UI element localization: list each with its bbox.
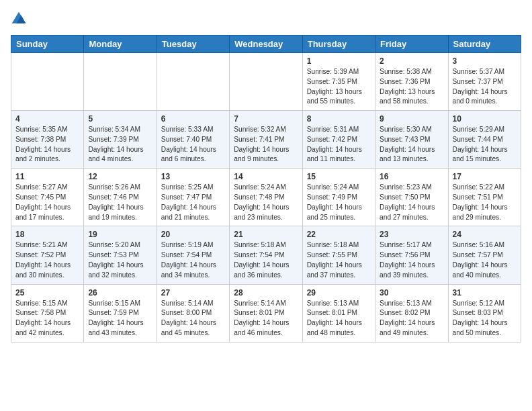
day-info: Sunrise: 5:21 AM Sunset: 7:52 PM Dayligh… — [15, 240, 79, 280]
day-info: Sunrise: 5:30 AM Sunset: 7:43 PM Dayligh… — [380, 125, 443, 165]
calendar-cell: 2Sunrise: 5:38 AM Sunset: 7:36 PM Daylig… — [375, 53, 448, 111]
day-number: 23 — [380, 230, 443, 239]
calendar-cell: 9Sunrise: 5:30 AM Sunset: 7:43 PM Daylig… — [375, 111, 448, 169]
calendar-cell: 4Sunrise: 5:35 AM Sunset: 7:38 PM Daylig… — [11, 111, 84, 169]
weekday-header: Friday — [375, 36, 448, 53]
day-info: Sunrise: 5:18 AM Sunset: 7:55 PM Dayligh… — [307, 240, 371, 280]
day-number: 16 — [380, 172, 443, 181]
day-info: Sunrise: 5:27 AM Sunset: 7:45 PM Dayligh… — [15, 183, 79, 222]
calendar-cell: 24Sunrise: 5:16 AM Sunset: 7:57 PM Dayli… — [448, 226, 521, 284]
calendar-cell: 7Sunrise: 5:32 AM Sunset: 7:41 PM Daylig… — [230, 111, 302, 169]
calendar-cell: 26Sunrise: 5:15 AM Sunset: 7:59 PM Dayli… — [84, 284, 157, 342]
calendar-week-row: 4Sunrise: 5:35 AM Sunset: 7:38 PM Daylig… — [11, 111, 521, 169]
day-info: Sunrise: 5:29 AM Sunset: 7:44 PM Dayligh… — [453, 125, 517, 165]
day-number: 7 — [234, 114, 298, 124]
day-number: 19 — [88, 230, 152, 239]
day-number: 25 — [15, 288, 79, 298]
day-number: 9 — [380, 114, 443, 124]
day-info: Sunrise: 5:16 AM Sunset: 7:57 PM Dayligh… — [453, 240, 517, 280]
calendar-week-row: 18Sunrise: 5:21 AM Sunset: 7:52 PM Dayli… — [11, 226, 521, 284]
day-number: 12 — [88, 172, 152, 181]
day-number: 21 — [234, 230, 298, 239]
day-number: 1 — [307, 56, 371, 66]
day-info: Sunrise: 5:13 AM Sunset: 8:02 PM Dayligh… — [380, 299, 443, 338]
day-number: 31 — [453, 288, 517, 298]
day-number: 13 — [161, 172, 225, 181]
day-number: 2 — [380, 56, 443, 66]
day-info: Sunrise: 5:19 AM Sunset: 7:54 PM Dayligh… — [161, 240, 225, 280]
weekday-header: Sunday — [11, 36, 84, 53]
day-number: 24 — [453, 230, 517, 239]
day-info: Sunrise: 5:38 AM Sunset: 7:36 PM Dayligh… — [380, 67, 443, 107]
calendar-cell: 23Sunrise: 5:17 AM Sunset: 7:56 PM Dayli… — [375, 226, 448, 284]
day-info: Sunrise: 5:24 AM Sunset: 7:49 PM Dayligh… — [307, 183, 371, 222]
calendar-cell — [11, 53, 84, 111]
day-number: 6 — [161, 114, 225, 124]
calendar-cell: 5Sunrise: 5:34 AM Sunset: 7:39 PM Daylig… — [84, 111, 157, 169]
day-info: Sunrise: 5:13 AM Sunset: 8:01 PM Dayligh… — [307, 299, 371, 338]
day-number: 17 — [453, 172, 517, 181]
day-info: Sunrise: 5:14 AM Sunset: 8:00 PM Dayligh… — [161, 299, 225, 338]
weekday-header: Saturday — [448, 36, 521, 53]
weekday-header: Thursday — [302, 36, 375, 53]
weekday-header: Monday — [84, 36, 157, 53]
day-info: Sunrise: 5:26 AM Sunset: 7:46 PM Dayligh… — [88, 183, 152, 222]
calendar-cell: 20Sunrise: 5:19 AM Sunset: 7:54 PM Dayli… — [157, 226, 229, 284]
day-info: Sunrise: 5:33 AM Sunset: 7:40 PM Dayligh… — [161, 125, 225, 165]
calendar-cell — [84, 53, 157, 111]
day-info: Sunrise: 5:39 AM Sunset: 7:35 PM Dayligh… — [307, 67, 371, 107]
page-header — [11, 11, 521, 27]
calendar-table: SundayMondayTuesdayWednesdayThursdayFrid… — [11, 35, 521, 342]
day-number: 5 — [88, 114, 152, 124]
calendar-cell: 3Sunrise: 5:37 AM Sunset: 7:37 PM Daylig… — [448, 53, 521, 111]
day-number: 11 — [15, 172, 79, 181]
day-number: 28 — [234, 288, 298, 298]
day-info: Sunrise: 5:35 AM Sunset: 7:38 PM Dayligh… — [15, 125, 79, 165]
calendar-week-row: 11Sunrise: 5:27 AM Sunset: 7:45 PM Dayli… — [11, 169, 521, 226]
day-number: 8 — [307, 114, 371, 124]
calendar-cell: 12Sunrise: 5:26 AM Sunset: 7:46 PM Dayli… — [84, 169, 157, 226]
calendar-cell: 22Sunrise: 5:18 AM Sunset: 7:55 PM Dayli… — [302, 226, 375, 284]
day-info: Sunrise: 5:20 AM Sunset: 7:53 PM Dayligh… — [88, 240, 152, 280]
day-info: Sunrise: 5:24 AM Sunset: 7:48 PM Dayligh… — [234, 183, 298, 222]
calendar-cell — [157, 53, 229, 111]
day-number: 18 — [15, 230, 79, 239]
day-info: Sunrise: 5:18 AM Sunset: 7:54 PM Dayligh… — [234, 240, 298, 280]
calendar-cell: 14Sunrise: 5:24 AM Sunset: 7:48 PM Dayli… — [230, 169, 302, 226]
day-info: Sunrise: 5:32 AM Sunset: 7:41 PM Dayligh… — [234, 125, 298, 165]
day-number: 3 — [453, 56, 517, 66]
day-number: 10 — [453, 114, 517, 124]
day-info: Sunrise: 5:12 AM Sunset: 8:03 PM Dayligh… — [453, 299, 517, 338]
calendar-cell: 29Sunrise: 5:13 AM Sunset: 8:01 PM Dayli… — [302, 284, 375, 342]
day-info: Sunrise: 5:23 AM Sunset: 7:50 PM Dayligh… — [380, 183, 443, 222]
weekday-header: Tuesday — [157, 36, 229, 53]
calendar-cell: 13Sunrise: 5:25 AM Sunset: 7:47 PM Dayli… — [157, 169, 229, 226]
weekday-header: Wednesday — [230, 36, 302, 53]
day-number: 14 — [234, 172, 298, 181]
day-info: Sunrise: 5:14 AM Sunset: 8:01 PM Dayligh… — [234, 299, 298, 338]
calendar-cell: 28Sunrise: 5:14 AM Sunset: 8:01 PM Dayli… — [230, 284, 302, 342]
calendar-cell: 27Sunrise: 5:14 AM Sunset: 8:00 PM Dayli… — [157, 284, 229, 342]
day-info: Sunrise: 5:17 AM Sunset: 7:56 PM Dayligh… — [380, 240, 443, 280]
day-number: 20 — [161, 230, 225, 239]
day-number: 22 — [307, 230, 371, 239]
calendar-week-row: 25Sunrise: 5:15 AM Sunset: 7:58 PM Dayli… — [11, 284, 521, 342]
day-number: 29 — [307, 288, 371, 298]
day-number: 26 — [88, 288, 152, 298]
calendar-cell: 21Sunrise: 5:18 AM Sunset: 7:54 PM Dayli… — [230, 226, 302, 284]
day-info: Sunrise: 5:15 AM Sunset: 7:58 PM Dayligh… — [15, 299, 79, 338]
calendar-cell: 1Sunrise: 5:39 AM Sunset: 7:35 PM Daylig… — [302, 53, 375, 111]
calendar-cell: 8Sunrise: 5:31 AM Sunset: 7:42 PM Daylig… — [302, 111, 375, 169]
calendar-cell: 15Sunrise: 5:24 AM Sunset: 7:49 PM Dayli… — [302, 169, 375, 226]
calendar-cell: 31Sunrise: 5:12 AM Sunset: 8:03 PM Dayli… — [448, 284, 521, 342]
calendar-cell: 30Sunrise: 5:13 AM Sunset: 8:02 PM Dayli… — [375, 284, 448, 342]
logo-icon — [11, 11, 27, 27]
day-number: 15 — [307, 172, 371, 181]
calendar-cell: 6Sunrise: 5:33 AM Sunset: 7:40 PM Daylig… — [157, 111, 229, 169]
calendar-cell: 11Sunrise: 5:27 AM Sunset: 7:45 PM Dayli… — [11, 169, 84, 226]
calendar-cell: 10Sunrise: 5:29 AM Sunset: 7:44 PM Dayli… — [448, 111, 521, 169]
logo — [11, 11, 30, 27]
calendar-cell: 25Sunrise: 5:15 AM Sunset: 7:58 PM Dayli… — [11, 284, 84, 342]
day-info: Sunrise: 5:15 AM Sunset: 7:59 PM Dayligh… — [88, 299, 152, 338]
calendar-cell: 19Sunrise: 5:20 AM Sunset: 7:53 PM Dayli… — [84, 226, 157, 284]
